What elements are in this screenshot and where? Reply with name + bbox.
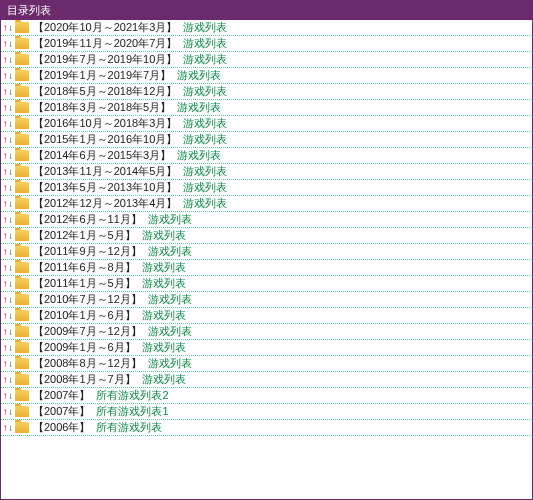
game-list-link[interactable]: 游戏列表: [183, 196, 227, 211]
sort-arrows-icon[interactable]: ↑↓: [3, 119, 13, 129]
sort-arrows-icon[interactable]: ↑↓: [3, 55, 13, 65]
game-list-link[interactable]: 游戏列表: [177, 148, 221, 163]
arrow-down-icon[interactable]: ↓: [8, 295, 13, 305]
sort-arrows-icon[interactable]: ↑↓: [3, 231, 13, 241]
arrow-down-icon[interactable]: ↓: [8, 407, 13, 417]
folder-icon: [15, 278, 29, 289]
date-range: 【2015年1月～2016年10月】: [33, 132, 177, 147]
sort-arrows-icon[interactable]: ↑↓: [3, 295, 13, 305]
game-list-link[interactable]: 游戏列表: [142, 276, 186, 291]
arrow-down-icon[interactable]: ↓: [8, 55, 13, 65]
arrow-down-icon[interactable]: ↓: [8, 263, 13, 273]
arrow-down-icon[interactable]: ↓: [8, 135, 13, 145]
arrow-down-icon[interactable]: ↓: [8, 39, 13, 49]
date-range: 【2013年11月～2014年5月】: [33, 164, 177, 179]
game-list-link[interactable]: 游戏列表: [142, 340, 186, 355]
panel-title: 目录列表: [7, 4, 51, 16]
game-list-link[interactable]: 游戏列表: [148, 212, 192, 227]
game-list-link[interactable]: 游戏列表: [183, 116, 227, 131]
sort-arrows-icon[interactable]: ↑↓: [3, 263, 13, 273]
sort-arrows-icon[interactable]: ↑↓: [3, 375, 13, 385]
arrow-down-icon[interactable]: ↓: [8, 167, 13, 177]
game-list-link[interactable]: 游戏列表: [142, 228, 186, 243]
game-list-link[interactable]: 游戏列表: [183, 180, 227, 195]
game-list-link[interactable]: 游戏列表: [142, 372, 186, 387]
date-range: 【2014年6月～2015年3月】: [33, 148, 171, 163]
game-list-link[interactable]: 游戏列表: [183, 52, 227, 67]
sort-arrows-icon[interactable]: ↑↓: [3, 215, 13, 225]
sort-arrows-icon[interactable]: ↑↓: [3, 407, 13, 417]
arrow-down-icon[interactable]: ↓: [8, 279, 13, 289]
game-list-link[interactable]: 游戏列表: [148, 244, 192, 259]
sort-arrows-icon[interactable]: ↑↓: [3, 103, 13, 113]
sort-arrows-icon[interactable]: ↑↓: [3, 311, 13, 321]
arrow-down-icon[interactable]: ↓: [8, 87, 13, 97]
sort-arrows-icon[interactable]: ↑↓: [3, 359, 13, 369]
game-list-link[interactable]: 游戏列表: [183, 36, 227, 51]
list-item: ↑↓【2007年】所有游戏列表1: [1, 404, 532, 420]
arrow-down-icon[interactable]: ↓: [8, 119, 13, 129]
game-list-link[interactable]: 游戏列表: [183, 20, 227, 35]
date-range: 【2019年1月～2019年7月】: [33, 68, 171, 83]
game-list-link[interactable]: 所有游戏列表1: [96, 404, 168, 419]
game-list-link[interactable]: 游戏列表: [148, 356, 192, 371]
game-list-link[interactable]: 游戏列表: [148, 324, 192, 339]
game-list-link[interactable]: 游戏列表: [177, 100, 221, 115]
game-list-link[interactable]: 所有游戏列表2: [96, 388, 168, 403]
game-list-link[interactable]: 所有游戏列表: [96, 420, 162, 435]
list-item: ↑↓【2019年7月～2019年10月】游戏列表: [1, 52, 532, 68]
sort-arrows-icon[interactable]: ↑↓: [3, 279, 13, 289]
arrow-down-icon[interactable]: ↓: [8, 71, 13, 81]
arrow-down-icon[interactable]: ↓: [8, 23, 13, 33]
game-list-link[interactable]: 游戏列表: [183, 164, 227, 179]
arrow-down-icon[interactable]: ↓: [8, 375, 13, 385]
arrow-down-icon[interactable]: ↓: [8, 343, 13, 353]
sort-arrows-icon[interactable]: ↑↓: [3, 247, 13, 257]
sort-arrows-icon[interactable]: ↑↓: [3, 167, 13, 177]
arrow-down-icon[interactable]: ↓: [8, 311, 13, 321]
directory-list: ↑↓【2020年10月～2021年3月】游戏列表↑↓【2019年11月～2020…: [1, 20, 532, 500]
arrow-down-icon[interactable]: ↓: [8, 231, 13, 241]
folder-icon: [15, 182, 29, 193]
arrow-down-icon[interactable]: ↓: [8, 359, 13, 369]
game-list-link[interactable]: 游戏列表: [142, 308, 186, 323]
arrow-down-icon[interactable]: ↓: [8, 199, 13, 209]
sort-arrows-icon[interactable]: ↑↓: [3, 71, 13, 81]
folder-icon: [15, 134, 29, 145]
sort-arrows-icon[interactable]: ↑↓: [3, 183, 13, 193]
sort-arrows-icon[interactable]: ↑↓: [3, 87, 13, 97]
sort-arrows-icon[interactable]: ↑↓: [3, 391, 13, 401]
folder-icon: [15, 54, 29, 65]
game-list-link[interactable]: 游戏列表: [183, 132, 227, 147]
date-range: 【2011年9月～12月】: [33, 244, 142, 259]
sort-arrows-icon[interactable]: ↑↓: [3, 423, 13, 433]
sort-arrows-icon[interactable]: ↑↓: [3, 343, 13, 353]
date-range: 【2010年1月～6月】: [33, 308, 136, 323]
arrow-down-icon[interactable]: ↓: [8, 247, 13, 257]
date-range: 【2006年】: [33, 420, 90, 435]
folder-icon: [15, 390, 29, 401]
sort-arrows-icon[interactable]: ↑↓: [3, 23, 13, 33]
sort-arrows-icon[interactable]: ↑↓: [3, 135, 13, 145]
date-range: 【2018年3月～2018年5月】: [33, 100, 171, 115]
game-list-link[interactable]: 游戏列表: [183, 84, 227, 99]
list-item: ↑↓【2014年6月～2015年3月】游戏列表: [1, 148, 532, 164]
game-list-link[interactable]: 游戏列表: [148, 292, 192, 307]
game-list-link[interactable]: 游戏列表: [142, 260, 186, 275]
game-list-link[interactable]: 游戏列表: [177, 68, 221, 83]
sort-arrows-icon[interactable]: ↑↓: [3, 39, 13, 49]
arrow-down-icon[interactable]: ↓: [8, 391, 13, 401]
sort-arrows-icon[interactable]: ↑↓: [3, 327, 13, 337]
folder-icon: [15, 166, 29, 177]
arrow-down-icon[interactable]: ↓: [8, 327, 13, 337]
folder-icon: [15, 38, 29, 49]
arrow-down-icon[interactable]: ↓: [8, 215, 13, 225]
list-item: ↑↓【2012年1月～5月】游戏列表: [1, 228, 532, 244]
arrow-down-icon[interactable]: ↓: [8, 423, 13, 433]
arrow-down-icon[interactable]: ↓: [8, 103, 13, 113]
arrow-down-icon[interactable]: ↓: [8, 183, 13, 193]
sort-arrows-icon[interactable]: ↑↓: [3, 199, 13, 209]
arrow-down-icon[interactable]: ↓: [8, 151, 13, 161]
folder-icon: [15, 118, 29, 129]
sort-arrows-icon[interactable]: ↑↓: [3, 151, 13, 161]
